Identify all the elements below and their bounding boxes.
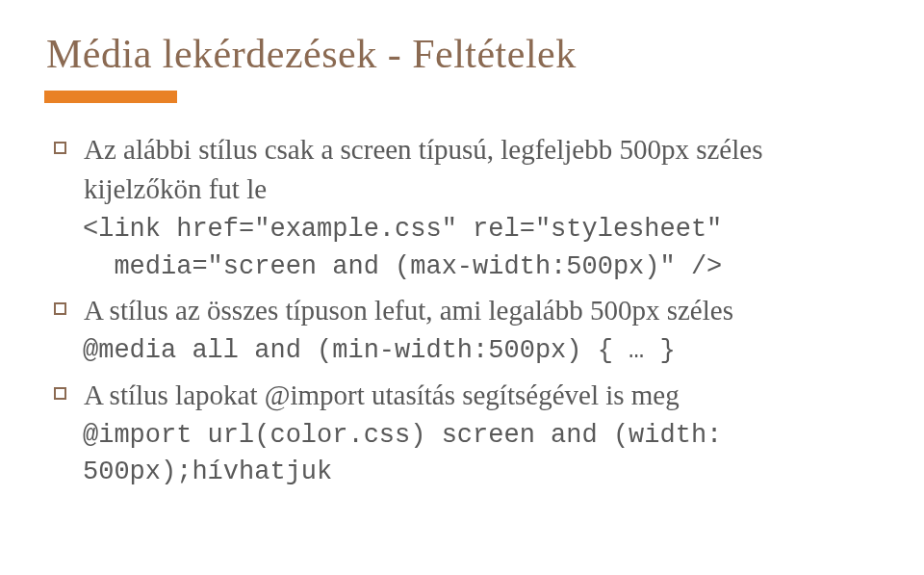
item-text: A stílus az összes típuson lefut, ami le… xyxy=(84,291,733,330)
item-text: Az alábbi stílus csak a screen típusú, l… xyxy=(84,130,878,209)
code-block: @media all and (min-width:500px) { … } xyxy=(83,332,878,369)
list-item: Az alábbi stílus csak a screen típusú, l… xyxy=(54,130,878,285)
list-item: A stílus az összes típuson lefut, ami le… xyxy=(54,291,878,370)
slide-title: Média lekérdezések - Feltételek xyxy=(46,31,878,77)
bullet-icon xyxy=(54,387,66,400)
bullet-icon xyxy=(54,142,66,154)
code-block: @import url(color.css) screen and (width… xyxy=(83,417,878,491)
slide-content: Az alábbi stílus csak a screen típusú, l… xyxy=(46,130,878,490)
accent-bar xyxy=(44,91,177,103)
item-text: A stílus lapokat @import utasítás segíts… xyxy=(84,376,680,415)
code-block: <link href="example.css" rel="stylesheet… xyxy=(83,211,878,285)
list-item: A stílus lapokat @import utasítás segíts… xyxy=(54,376,878,491)
bullet-icon xyxy=(54,302,66,315)
